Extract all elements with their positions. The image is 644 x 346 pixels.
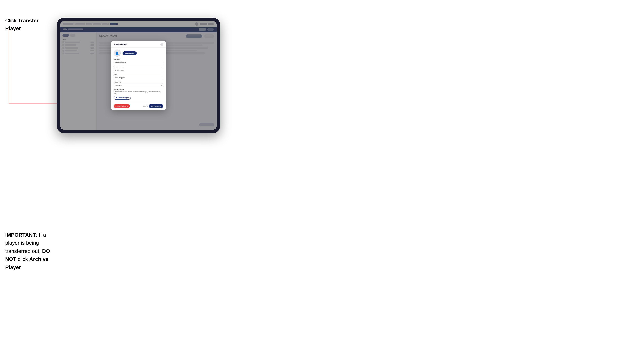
do-not-suffix: click <box>16 256 29 262</box>
instruction-click-text: Click Transfer Player <box>5 17 56 32</box>
archive-button-label: Archive Player <box>118 105 128 107</box>
upload-photo-button[interactable]: Upload Photo <box>122 51 137 55</box>
archive-icon: ⬇ <box>116 105 117 107</box>
full-name-input[interactable] <box>114 61 164 65</box>
display-name-field: Display Name <box>114 66 164 72</box>
modal-footer: ⬇ Archive Player Cancel Save Changes <box>111 103 166 110</box>
transfer-player-button[interactable]: ⟳ Transfer Player <box>114 96 131 100</box>
full-name-label: Full Name <box>114 58 164 60</box>
email-input[interactable] <box>114 76 164 80</box>
player-details-modal: Player Details × 👤 Upload Photo <box>111 41 166 110</box>
avatar-circle: 👤 <box>114 49 121 57</box>
cancel-button[interactable]: Cancel <box>143 105 148 107</box>
full-name-field: Full Name <box>114 58 164 65</box>
email-label: Email <box>114 74 164 75</box>
school-year-select[interactable]: First Year Second Year Third Year Fourth… <box>114 83 164 87</box>
tablet-screen: Team <box>60 21 217 130</box>
modal-close-button[interactable]: × <box>160 43 164 46</box>
modal-body: 👤 Upload Photo Full Name Display Name <box>111 48 166 103</box>
transfer-section-description: If this player has moved to another scho… <box>114 91 164 95</box>
important-instruction: IMPORTANT: If a player is being transfer… <box>5 231 55 271</box>
user-icon: 👤 <box>115 51 119 55</box>
modal-title: Player Details <box>114 43 127 46</box>
school-year-label: School Year <box>114 81 164 83</box>
display-name-label: Display Name <box>114 66 164 68</box>
transfer-button-label: Transfer Player <box>118 97 129 99</box>
close-icon: × <box>162 44 162 45</box>
display-name-input[interactable] <box>114 68 164 72</box>
modal-overlay: Player Details × 👤 Upload Photo <box>60 21 217 130</box>
transfer-player-section: Transfer Player If this player has moved… <box>114 89 164 100</box>
transfer-section-label: Transfer Player <box>114 89 164 91</box>
transfer-icon: ⟳ <box>116 97 117 99</box>
save-changes-button[interactable]: Save Changes <box>149 104 164 108</box>
modal-header: Player Details × <box>111 41 166 48</box>
click-prefix: Click <box>5 18 18 23</box>
archive-player-button[interactable]: ⬇ Archive Player <box>114 104 130 108</box>
email-field: Email <box>114 74 164 80</box>
tablet-frame: Team <box>57 18 220 133</box>
photo-upload-section: 👤 Upload Photo <box>114 49 164 57</box>
school-year-field: School Year First Year Second Year Third… <box>114 81 164 88</box>
click-instruction: Click Transfer Player <box>5 17 56 32</box>
important-label: IMPORTANT <box>5 232 36 238</box>
